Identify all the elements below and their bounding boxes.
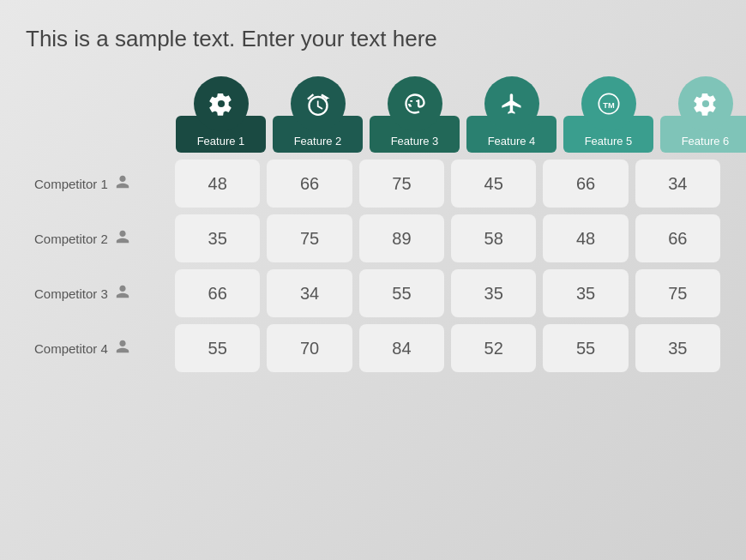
- value-cell-r4-c6: 35: [635, 324, 720, 372]
- value-cell-r2-c5: 48: [543, 214, 628, 262]
- competitor-2-name: Competitor 2: [34, 232, 108, 246]
- value-cell-r2-c4: 58: [451, 214, 536, 262]
- value-cell-r4-c1: 55: [175, 324, 260, 372]
- competitor-1-cell: Competitor 1: [26, 174, 168, 193]
- comparison-table: Feature 1 Feature 2 Feature 3 Feature 4: [26, 76, 720, 379]
- gear2-icon: [694, 92, 718, 116]
- value-cell-r3-c2: 34: [267, 269, 352, 317]
- value-cell-r2-c1: 35: [175, 214, 260, 262]
- value-cell-r1-c4: 45: [451, 160, 536, 208]
- person-icon: [115, 339, 130, 358]
- svg-text:TM: TM: [603, 101, 615, 110]
- competitor-row-3: Competitor 3663455353575: [26, 269, 720, 317]
- tm-icon: TM: [597, 92, 621, 116]
- value-cell-r1-c5: 66: [543, 160, 628, 208]
- competitor-2-cell: Competitor 2: [26, 229, 168, 248]
- plane-icon: [500, 92, 524, 116]
- gear-icon: [209, 92, 233, 116]
- value-cell-r3-c6: 75: [635, 269, 720, 317]
- value-cell-r2-c3: 89: [359, 214, 444, 262]
- feature-6-icon-wrapper: [678, 76, 733, 131]
- competitor-row-4: Competitor 4557084525535: [26, 324, 720, 372]
- feature-4-icon-wrapper: [484, 76, 539, 131]
- competitor-row-2: Competitor 2357589584866: [26, 214, 720, 262]
- feature-6-header: Feature 6: [660, 76, 746, 153]
- value-cell-r4-c3: 84: [359, 324, 444, 372]
- competitor-1-name: Competitor 1: [34, 177, 108, 191]
- value-cell-r3-c3: 55: [359, 269, 444, 317]
- value-cell-r2-c6: 66: [635, 214, 720, 262]
- header-row: Feature 1 Feature 2 Feature 3 Feature 4: [26, 76, 720, 153]
- competitor-4-cell: Competitor 4: [26, 339, 168, 358]
- data-rows: Competitor 1486675456634Competitor 23575…: [26, 160, 720, 379]
- feature-3-icon-wrapper: [388, 76, 442, 131]
- competitor-4-name: Competitor 4: [34, 341, 108, 356]
- feature-2-header: Feature 2: [273, 76, 363, 153]
- person-icon: [115, 174, 130, 193]
- value-cell-r3-c5: 35: [543, 269, 628, 317]
- aperture-icon: [403, 92, 427, 116]
- value-cell-r4-c4: 52: [451, 324, 536, 372]
- person-icon: [115, 284, 130, 303]
- value-cell-r4-c5: 55: [543, 324, 628, 372]
- value-cell-r2-c2: 75: [267, 214, 352, 262]
- feature-3-header: Feature 3: [370, 76, 460, 153]
- feature-4-header: Feature 4: [466, 76, 556, 153]
- feature-1-icon-wrapper: [194, 76, 249, 131]
- value-cell-r1-c2: 66: [267, 160, 352, 208]
- competitor-row-1: Competitor 1486675456634: [26, 160, 720, 208]
- feature-2-icon-wrapper: [291, 76, 346, 131]
- alarm-icon: [306, 92, 330, 116]
- value-cell-r1-c1: 48: [175, 160, 260, 208]
- feature-5-header: TM Feature 5: [563, 76, 653, 153]
- page-title: This is a sample text. Enter your text h…: [26, 26, 437, 52]
- feature-5-icon-wrapper: TM: [581, 76, 636, 131]
- value-cell-r3-c1: 66: [175, 269, 260, 317]
- value-cell-r3-c4: 35: [451, 269, 536, 317]
- value-cell-r1-c6: 34: [635, 160, 720, 208]
- value-cell-r1-c3: 75: [359, 160, 444, 208]
- value-cell-r4-c2: 70: [267, 324, 352, 372]
- feature-1-header: Feature 1: [176, 76, 266, 153]
- competitor-3-cell: Competitor 3: [26, 284, 168, 303]
- person-icon: [115, 229, 130, 248]
- competitor-3-name: Competitor 3: [34, 286, 108, 301]
